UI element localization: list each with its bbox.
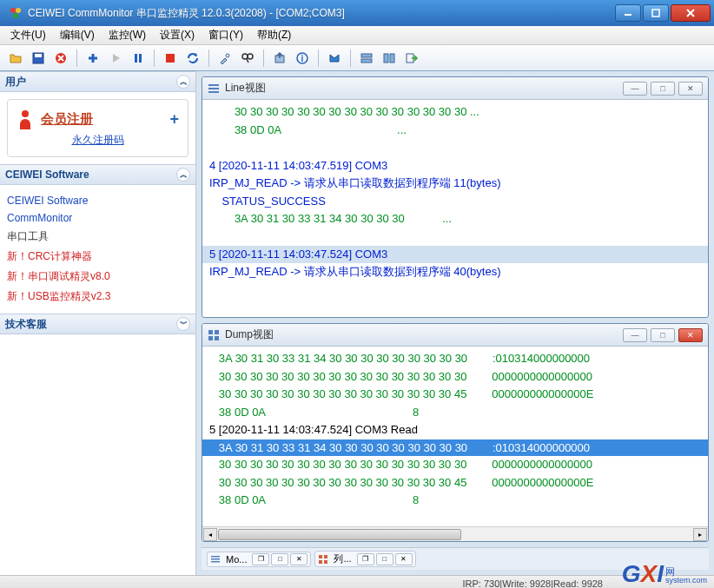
- layout1-button[interactable]: [356, 48, 377, 69]
- svg-rect-31: [208, 88, 219, 89]
- window-close-button[interactable]: [671, 4, 711, 22]
- line-view-header[interactable]: Line视图 — □ ✕: [202, 77, 708, 100]
- chevron-up-icon[interactable]: ︽: [176, 75, 190, 89]
- record-button[interactable]: [160, 48, 181, 69]
- svg-rect-8: [35, 54, 42, 57]
- grid-icon: [318, 554, 328, 565]
- window-title: CEIWEI CommMonitor 串口监控精灵 12.0.3(20208) …: [28, 6, 615, 21]
- layout2-button[interactable]: [379, 48, 400, 69]
- svg-rect-14: [135, 54, 137, 63]
- tab-restore-button[interactable]: ❐: [252, 553, 269, 565]
- pause-button[interactable]: [128, 48, 149, 69]
- svg-rect-39: [211, 561, 220, 563]
- line-view-content[interactable]: 30 30 30 30 30 30 30 30 30 30 30 30 30 3…: [202, 100, 708, 317]
- horizontal-scrollbar[interactable]: ◂ ▸: [202, 526, 708, 541]
- tab-group-list: 列... ❐ □ ✕: [314, 551, 415, 567]
- subwin-minimize-button[interactable]: —: [623, 328, 647, 342]
- menu-settings[interactable]: 设置(X): [153, 26, 202, 44]
- scroll-thumb[interactable]: [218, 529, 461, 540]
- window-maximize-button[interactable]: [643, 4, 669, 22]
- svg-rect-40: [319, 555, 322, 558]
- sidebar: 用户 ︽ 会员注册 + 永久注册码 CEIWEI Software ︽ CEIW…: [0, 71, 196, 575]
- software-panel-label: CEIWEI Software: [5, 168, 89, 181]
- subwin-minimize-button[interactable]: —: [623, 82, 647, 96]
- add-button[interactable]: [83, 48, 103, 69]
- refresh-button[interactable]: [182, 48, 203, 69]
- menu-edit[interactable]: 编辑(V): [53, 26, 102, 44]
- tab-list-label[interactable]: 列...: [330, 552, 354, 565]
- svg-rect-32: [208, 91, 219, 93]
- support-panel-header[interactable]: 技术客服 ︾: [0, 314, 195, 334]
- svg-rect-41: [324, 555, 327, 558]
- svg-rect-4: [652, 10, 659, 17]
- exit-button[interactable]: [401, 48, 422, 69]
- svg-rect-24: [361, 54, 372, 57]
- chevron-down-icon[interactable]: ︾: [176, 317, 190, 331]
- svg-line-20: [247, 59, 248, 63]
- sidebar-link-serial-debug[interactable]: 新！串口调试精灵v8.0: [7, 267, 188, 287]
- svg-rect-35: [208, 336, 213, 340]
- add-icon[interactable]: +: [169, 110, 179, 129]
- menu-help[interactable]: 帮助(Z): [250, 26, 298, 44]
- play-button[interactable]: [105, 48, 126, 69]
- window-titlebar: CEIWEI CommMonitor 串口监控精灵 12.0.3(20208) …: [0, 0, 714, 26]
- tab-restore-button[interactable]: ❐: [357, 553, 374, 565]
- tab-close-button[interactable]: ✕: [395, 553, 413, 565]
- subwin-close-button[interactable]: ✕: [678, 82, 703, 96]
- status-text: IRP: 730|Write: 9928|Read: 9928: [463, 578, 603, 588]
- sidebar-link-usb-monitor[interactable]: 新！USB监控精灵v2.3: [7, 287, 188, 307]
- member-register-link[interactable]: 会员注册: [41, 111, 93, 128]
- dump-view-window: Dump视图 — □ ✕ 3A 30 31 30 33 31 34 30 30 …: [202, 323, 709, 542]
- app-icon: [9, 6, 23, 20]
- svg-point-0: [10, 8, 16, 13]
- help-button[interactable]: [324, 48, 345, 69]
- tab-close-button[interactable]: ✕: [290, 553, 307, 565]
- scroll-left-button[interactable]: ◂: [203, 528, 217, 541]
- list-icon: [208, 83, 220, 95]
- dump-view-content[interactable]: 3A 30 31 30 33 31 34 30 30 30 30 30 30 3…: [202, 347, 708, 526]
- subwin-maximize-button[interactable]: □: [651, 82, 675, 96]
- subwin-maximize-button[interactable]: □: [651, 328, 675, 342]
- window-minimize-button[interactable]: [615, 4, 641, 22]
- sidebar-label-tools: 串口工具: [7, 227, 188, 247]
- tab-maximize-button[interactable]: □: [271, 553, 288, 565]
- export-button[interactable]: [269, 48, 290, 69]
- permanent-code-link[interactable]: 永久注册码: [72, 133, 124, 148]
- tab-mo-label[interactable]: Mo...: [222, 554, 250, 565]
- sidebar-link-ceiwei[interactable]: CEIWEI Software: [7, 192, 188, 209]
- open-button[interactable]: [5, 48, 26, 69]
- svg-point-29: [22, 110, 29, 117]
- scroll-right-button[interactable]: ▸: [693, 528, 707, 541]
- menu-monitor[interactable]: 监控(W): [102, 26, 153, 44]
- tab-maximize-button[interactable]: □: [376, 553, 393, 565]
- dump-view-header[interactable]: Dump视图 — □ ✕: [202, 324, 708, 347]
- svg-point-1: [16, 8, 21, 13]
- chevron-up-icon[interactable]: ︽: [176, 168, 190, 182]
- sidebar-link-crc[interactable]: 新！CRC计算神器: [7, 247, 188, 267]
- menu-window[interactable]: 窗口(Y): [202, 26, 250, 44]
- subwin-close-button[interactable]: ✕: [678, 328, 703, 342]
- support-panel-label: 技术客服: [5, 317, 47, 332]
- find-button[interactable]: [237, 48, 258, 69]
- grid-icon: [208, 329, 220, 341]
- svg-point-17: [226, 54, 229, 57]
- svg-rect-43: [324, 560, 327, 564]
- software-panel-header[interactable]: CEIWEI Software ︽: [0, 164, 195, 185]
- sidebar-link-commmonitor[interactable]: CommMonitor: [7, 209, 188, 227]
- tool-button[interactable]: [215, 48, 235, 69]
- svg-rect-27: [390, 54, 394, 63]
- line-view-window: Line视图 — □ ✕ 30 30 30 30 30 30 30 30 30 …: [202, 76, 709, 318]
- svg-rect-16: [166, 54, 175, 63]
- save-button[interactable]: [28, 48, 49, 69]
- svg-rect-36: [215, 336, 219, 340]
- register-box: 会员注册 + 永久注册码: [7, 99, 188, 157]
- stop-button[interactable]: [50, 48, 71, 69]
- user-panel-header[interactable]: 用户 ︽: [0, 71, 195, 92]
- menu-file[interactable]: 文件(U): [3, 26, 53, 44]
- svg-point-19: [248, 54, 253, 59]
- line-view-title: Line视图: [225, 81, 623, 96]
- svg-rect-37: [211, 556, 220, 558]
- svg-rect-34: [215, 330, 219, 334]
- info-button[interactable]: i: [292, 48, 313, 69]
- svg-rect-15: [139, 54, 142, 63]
